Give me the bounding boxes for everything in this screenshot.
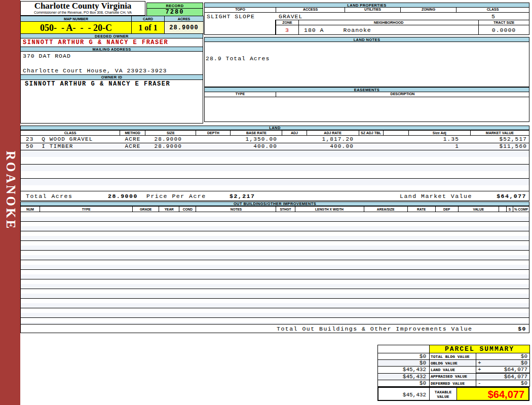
land-section: LAND CLASS METHOD SIZE DEPTH BASE RATE A… — [20, 126, 529, 201]
land-properties-panel: LAND PROPERTIES TOPO ACCESS UTILITIES ZO… — [204, 3, 529, 122]
cell-base-rate: 400.00 — [231, 143, 282, 150]
summary-row: $45,432 APPRAISED VALUE $64,077 — [378, 373, 530, 380]
col-adj: ADJ — [282, 131, 307, 136]
col-depth: DEPTH — [196, 131, 231, 136]
row-sign: + — [476, 367, 483, 374]
county-header: Charlotte County Virginia Commissioner o… — [20, 1, 145, 16]
cell-market-value: $11,560 — [470, 143, 529, 150]
cell-size: 28.9000 — [145, 143, 196, 150]
col-cond: COND — [179, 207, 196, 212]
zone-label: ZONE — [276, 20, 299, 25]
row-label: TOTAL BLDG VALUE — [430, 353, 476, 360]
map-number-label: MAP NUMBER — [21, 16, 132, 22]
cell-sz-adj-tbl — [359, 143, 383, 150]
cell-size-adj: 1.35 — [408, 136, 470, 143]
col-class: CLASS — [21, 131, 120, 136]
taxable-value: $64,077 — [457, 388, 528, 400]
cell-adj-rate: 400.00 — [307, 143, 359, 150]
row-value: $64,077 — [483, 373, 530, 380]
col-length-width: LENGTH X WIDTH — [295, 207, 364, 212]
cell-depth — [196, 136, 231, 143]
record-value: 7280 — [146, 9, 203, 16]
record-label: RECORD — [146, 3, 203, 9]
easements-box — [204, 97, 529, 122]
cell-market-value: $52,517 — [470, 136, 529, 143]
col-blank — [499, 207, 506, 212]
owner-empty-area — [20, 88, 203, 124]
row-sign — [476, 353, 483, 360]
tract-size-value: 0.0000 — [479, 25, 529, 35]
summary-row: $45,432 LAND VALUE + $64,077 — [378, 367, 530, 374]
taxable-label: TAXABLE VALUE — [430, 388, 457, 400]
owner-id-label: OWNER ID — [20, 74, 203, 80]
prior-value: $45,432 — [378, 373, 430, 380]
deeded-owner-label: DEEDED OWNER — [20, 33, 203, 38]
prior-value: $45,432 — [378, 367, 430, 374]
parcel-summary: PARCEL SUMMARY $0 TOTAL BLDG VALUE $0 $0… — [377, 345, 529, 401]
address-line-1: 370 DAT ROAD — [23, 53, 203, 59]
out-total-label: Total Out Buildings & Other Improvements… — [277, 326, 472, 332]
topo-label: TOPO — [204, 8, 276, 13]
row-sign: - — [476, 380, 483, 387]
tract-size-label: TRACT SIZE — [479, 20, 529, 25]
prior-value: $0 — [378, 380, 430, 387]
owner-id-value: SINNOTT ARTHUR G & NANCY E FRASER — [20, 80, 203, 88]
total-acres-value: 28.9000 — [108, 193, 138, 199]
col-year: YEAR — [159, 207, 179, 212]
col-adj-rate: ADJ RATE — [307, 131, 359, 136]
cell-sz-adj-tbl — [359, 136, 383, 143]
out-total-value: $0 — [518, 326, 526, 332]
zoning-label: ZONING — [401, 8, 457, 13]
access-label: ACCESS — [276, 8, 345, 13]
cell-method: ACRE — [120, 136, 145, 143]
col-value: VALUE — [458, 207, 499, 212]
out-buildings-total-row: Total Out Buildings & Other Improvements… — [20, 324, 529, 333]
row-sign — [476, 373, 483, 380]
cell-class: 23 Q WOOD GRAVEL — [21, 136, 120, 143]
zone-value: 3 — [276, 25, 299, 35]
summary-row: $0 DEFERRED VALUE - $0 — [378, 380, 530, 387]
land-totals-row: Total Acres 28.9000 Price Per Acre $2,21… — [20, 191, 529, 201]
district-name: ROANOKE — [4, 151, 18, 230]
cell-size-adj: 1 — [408, 143, 470, 150]
col-base-rate: BASE RATE — [231, 131, 282, 136]
col-notes: NOTES — [196, 207, 276, 212]
easement-description-label: DESCRIPTION — [276, 92, 529, 97]
out-buildings-empty-rows — [20, 212, 529, 324]
map-strip: MAP NUMBER CARD ACRES 050- - A- - - 20-C… — [20, 16, 203, 34]
col-size-adj: Size Adj — [408, 131, 470, 136]
row-value: $0 — [483, 353, 530, 360]
cell-class: 50 I TIMBER — [21, 143, 120, 150]
prior-value: $0 — [378, 360, 430, 367]
class-value: 5 — [457, 13, 530, 20]
row-label: LAND VALUE — [430, 367, 476, 374]
price-per-acre-value: $2,217 — [230, 193, 255, 199]
col-blank — [383, 131, 408, 136]
land-row: 50 I TIMBER ACRE 28.9000 400.00 400.00 1… — [21, 143, 529, 150]
row-sign: + — [476, 360, 483, 367]
topo-value: SLIGHT SLOPE — [207, 13, 255, 20]
parcel-summary-title: PARCEL SUMMARY — [430, 345, 530, 353]
row-value: $0 — [483, 360, 530, 367]
prior-value: $0 — [378, 353, 430, 360]
county-title: Charlotte County Virginia — [21, 2, 145, 11]
easements-title: EASEMENTS — [204, 87, 529, 92]
total-acres-label: Total Acres — [26, 193, 72, 199]
neighborhood-cell: 180 A Roanoke — [299, 25, 479, 35]
land-notes-title: LAND NOTES — [204, 37, 529, 42]
col-method: METHOD — [120, 131, 145, 136]
cell-depth — [196, 143, 231, 150]
price-per-acre-label: Price Per Acre — [146, 193, 206, 199]
deeded-owner-value: SINNOTT ARTHUR G & NANCY E FRASER — [20, 38, 203, 47]
row-label: APPRAISED VALUE — [430, 373, 476, 380]
topo-spacer — [204, 20, 276, 35]
summary-blank-cell — [378, 345, 430, 353]
card-label: CARD — [132, 16, 165, 22]
neighborhood-label: NEIGHBORHOOD — [299, 20, 479, 25]
easement-type-label: TYPE — [204, 92, 276, 97]
summary-row: $0 OBLDG VALUE + $0 — [378, 360, 530, 367]
col-type: TYPE — [40, 207, 133, 212]
class-label: CLASS — [457, 8, 529, 13]
mailing-address-label: MAILING ADDRESS — [20, 47, 203, 52]
owner-panel: DEEDED OWNER SINNOTT ARTHUR G & NANCY E … — [20, 33, 203, 124]
